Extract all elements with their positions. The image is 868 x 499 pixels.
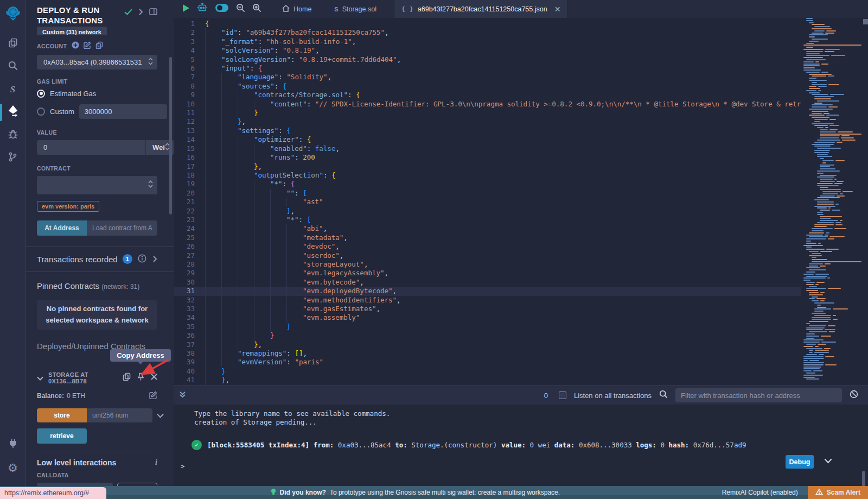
minimap-line	[801, 90, 861, 91]
copy-address-icon[interactable]	[123, 372, 131, 383]
minimap-line	[801, 80, 861, 81]
sidebar-item-file-explorer[interactable]	[0, 33, 26, 55]
panel-scrollbar[interactable]	[169, 57, 172, 214]
pin-panel-icon[interactable]	[149, 8, 157, 17]
edit-account-icon[interactable]	[84, 41, 91, 51]
copilot-toggle-icon[interactable]	[215, 3, 229, 15]
sidebar-item-debugger[interactable]	[0, 124, 26, 146]
copy-account-icon[interactable]	[95, 41, 103, 51]
sidebar-item-deploy-run[interactable]	[0, 102, 26, 123]
info-icon[interactable]	[138, 254, 146, 264]
minimap-line	[801, 134, 861, 135]
store-arg-input[interactable]	[87, 408, 152, 422]
run-script-icon[interactable]	[182, 4, 190, 15]
code-area[interactable]: 1{2"id": "a69b43f277ba20fcac141151250ca7…	[174, 18, 801, 386]
minimap-line	[801, 329, 861, 330]
panel-title: DEPLOY & RUN TRANSACTIONS	[37, 5, 123, 26]
line-number: 8	[174, 82, 205, 91]
close-tab-icon[interactable]: ✕	[554, 5, 561, 14]
sidebar-item-solidity-compiler[interactable]: S	[0, 79, 26, 100]
copilot-status[interactable]: RemixAI Copilot (enabled)	[722, 489, 798, 496]
editor-scrollbar[interactable]	[863, 19, 868, 24]
close-icon[interactable]	[151, 372, 157, 383]
chevron-right-icon[interactable]	[152, 255, 157, 264]
minimap-line	[801, 298, 861, 299]
clear-console-icon[interactable]	[850, 390, 858, 401]
radio-unselected-icon[interactable]	[37, 108, 45, 116]
minimap-line	[801, 121, 861, 122]
code-line: 20"": [	[174, 189, 801, 198]
expand-log-chevron-icon[interactable]	[824, 457, 832, 465]
code-editor[interactable]: 1{2"id": "a69b43f277ba20fcac141151250ca7…	[174, 18, 868, 386]
code-line: 11}	[174, 109, 801, 117]
minimap-line	[801, 135, 861, 136]
minimap-line	[801, 230, 861, 231]
minimap-line	[801, 323, 861, 324]
add-account-icon[interactable]	[72, 41, 79, 51]
minimap-line	[801, 311, 861, 312]
minimap-line	[801, 226, 861, 227]
tab-storage-sol[interactable]: S Storage.sol	[329, 0, 382, 18]
minimap-line	[801, 111, 861, 112]
minimap-line	[801, 115, 861, 116]
value-input[interactable]	[37, 140, 145, 155]
retrieve-button[interactable]: retrieve	[37, 428, 87, 444]
minimap-line	[801, 144, 861, 145]
minimap-line	[801, 33, 861, 34]
transaction-log-row[interactable]: ✓ [block:5583405 txIndex:4] from: 0xa03.…	[192, 440, 868, 450]
bug-icon	[8, 129, 18, 142]
custom-gas-input[interactable]	[79, 104, 167, 119]
remix-logo-icon[interactable]	[5, 5, 21, 23]
terminal-body[interactable]: Type the library name to see available c…	[174, 409, 868, 491]
minimap-line	[801, 34, 861, 35]
listen-checkbox[interactable]	[559, 391, 566, 399]
custom-gas-row: Custom	[37, 104, 157, 119]
scam-alert-button[interactable]: Scam Alert	[808, 486, 868, 499]
edit-balance-icon[interactable]	[149, 391, 157, 401]
minimap-line	[801, 193, 861, 194]
minimap-line	[801, 364, 861, 365]
store-button[interactable]: store	[37, 408, 87, 422]
pin-icon[interactable]	[137, 372, 144, 383]
zoom-out-icon[interactable]	[236, 3, 245, 15]
contract-select[interactable]	[37, 176, 157, 194]
tab-build-info-json[interactable]: { } a69b43f277ba20fcac141151250ca755.jso…	[394, 0, 568, 18]
minimap[interactable]	[801, 18, 861, 386]
estimated-gas-radio[interactable]: Estimated Gas	[37, 90, 157, 98]
terminal-filter-input[interactable]	[675, 388, 842, 402]
debug-button[interactable]: Debug	[786, 455, 814, 469]
ai-assistant-icon[interactable]	[197, 3, 208, 15]
minimap-line	[801, 173, 861, 174]
account-select[interactable]: 0xA03...85ac4 (0.39866531531	[37, 55, 157, 70]
line-number: 21	[174, 198, 205, 206]
code-line: 18"outputSelection": {	[174, 171, 801, 180]
deployed-contracts-section: Deployed/Unpinned Contracts Copy Address…	[37, 342, 157, 444]
minimap-line	[801, 228, 861, 229]
info-icon: i	[155, 458, 157, 467]
code-text: ]	[205, 323, 291, 331]
line-number: 15	[174, 144, 205, 153]
sidebar-item-git[interactable]	[0, 147, 26, 169]
expand-chevron-icon[interactable]	[157, 410, 164, 420]
minimap-line	[801, 74, 861, 75]
minimap-line	[801, 249, 861, 250]
code-text: "runs": 200	[205, 153, 315, 162]
minimap-line	[801, 212, 861, 213]
sidebar-item-search[interactable]	[0, 56, 26, 78]
code-line: 39"evmVersion": "paris"	[174, 358, 801, 367]
minimap-line	[801, 175, 861, 176]
pending-tx-count: 0	[544, 391, 548, 400]
sidebar-item-settings[interactable]: ⚙	[0, 457, 26, 478]
code-line: 14"optimizer": {	[174, 135, 801, 144]
sidebar-item-plugin-manager[interactable]	[0, 434, 26, 456]
at-address-button[interactable]: At Address	[37, 220, 87, 236]
collapse-terminal-icon[interactable]	[179, 390, 186, 401]
chevron-down-icon[interactable]	[37, 373, 43, 383]
chevron-right-icon[interactable]	[138, 8, 143, 17]
code-line: 21"ast"	[174, 198, 801, 206]
zoom-in-icon[interactable]	[252, 3, 261, 15]
tab-home[interactable]: Home	[277, 0, 317, 18]
at-address-input[interactable]	[87, 220, 157, 236]
code-line: 36}	[174, 331, 801, 340]
code-text: ],	[205, 207, 295, 216]
